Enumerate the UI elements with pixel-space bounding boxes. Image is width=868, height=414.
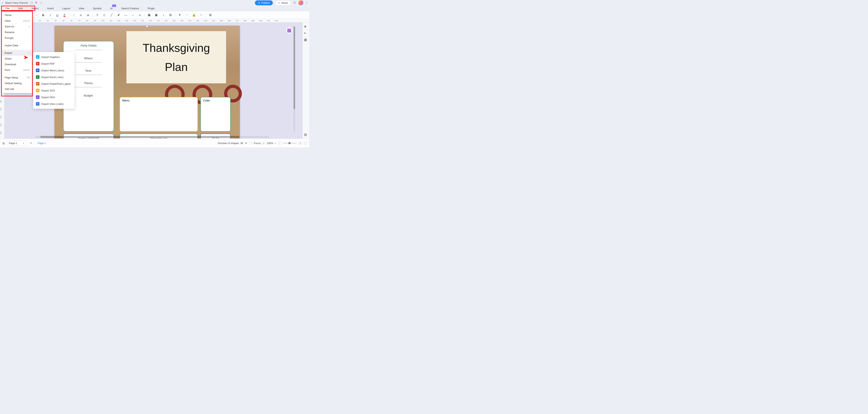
share-button[interactable]: ∝ Share xyxy=(275,0,291,5)
menu-search-feature[interactable]: Search Feature xyxy=(120,6,141,11)
ai-sparkle-button[interactable]: ✦ xyxy=(177,12,182,18)
crop-button[interactable]: ✂ xyxy=(184,12,189,18)
menu-layout[interactable]: Layout xyxy=(61,6,72,11)
panel-toggle-icon[interactable]: ▥ xyxy=(2,142,5,145)
menu-item-save-as[interactable]: Save As▸ xyxy=(2,24,33,29)
table-button[interactable]: ⊞ xyxy=(208,12,213,18)
text-tool-button[interactable]: T xyxy=(95,12,100,18)
focus-label[interactable]: Focus xyxy=(254,142,260,145)
export-html[interactable]: HExport Html xyxy=(33,94,74,101)
right-panel: ◈ ⇤ ▦ ▤ xyxy=(303,23,309,139)
export-word[interactable]: WExport Word (.docx) xyxy=(33,67,74,74)
menu-item-export[interactable]: Export▸ xyxy=(2,50,33,56)
font-color-button[interactable]: A xyxy=(62,12,67,18)
submenu-arrow-icon: ▸ xyxy=(29,52,30,54)
avatar-dropdown-icon[interactable]: ▾ xyxy=(306,2,307,4)
shape-count: Number of shapes: 38 xyxy=(218,142,243,145)
menu-item-home[interactable]: Home xyxy=(2,12,33,18)
menu-item-page-setup[interactable]: Page SetupF6 xyxy=(2,75,33,80)
menu-box[interactable]: Menu: xyxy=(120,97,198,132)
back-icon[interactable]: ‹ xyxy=(2,1,3,4)
menu-symbol[interactable]: Symbol xyxy=(91,6,103,11)
fullscreen-icon[interactable]: ⛶ xyxy=(304,142,307,145)
collapse-panel-icon[interactable]: ⇤ xyxy=(304,31,308,35)
document-name[interactable]: Blank Party Planner xyxy=(5,1,28,4)
send-icon: ✈ xyxy=(258,1,260,4)
group-button[interactable]: ⊞ xyxy=(168,12,173,18)
export-svg[interactable]: SExport SVG xyxy=(33,87,74,94)
bold-button[interactable]: B xyxy=(41,12,46,18)
star-icon[interactable]: ☆ xyxy=(40,1,42,4)
line-style-button[interactable]: — xyxy=(123,12,128,18)
help-icon[interactable]: ?⃝ xyxy=(293,1,296,4)
align-objects-button[interactable]: ⫞ xyxy=(161,12,166,18)
zoom-slider[interactable] xyxy=(283,143,297,143)
page-selector[interactable]: Page-1 ▾ xyxy=(7,141,26,146)
italic-button[interactable]: I xyxy=(48,12,53,18)
submenu-arrow-icon: ▸ xyxy=(29,26,30,28)
send-back-button[interactable]: ▣ xyxy=(147,12,152,18)
fill-button[interactable]: ◇ xyxy=(102,12,107,18)
grid-view-icon[interactable]: ▦ xyxy=(304,38,308,42)
diamond-tool-icon[interactable]: ◈ xyxy=(304,25,308,28)
menu-edit[interactable]: Edit xyxy=(17,6,24,11)
menu-insert[interactable]: Insert xyxy=(46,6,56,11)
open-external-icon[interactable]: ⇱ xyxy=(35,1,38,4)
menu-item-print[interactable]: PrintCtrl+P xyxy=(2,67,33,73)
file-dropdown-menu: Home SaveCtrl+S Save As▸ Rename Encrypt … xyxy=(2,11,33,93)
stroke-color-button[interactable]: ╱ xyxy=(109,12,114,18)
menu-item-default-setting[interactable]: Default Setting xyxy=(2,80,33,86)
title-text-box[interactable]: Thanksgiving Plan xyxy=(126,31,226,83)
menu-item-rename[interactable]: Rename xyxy=(2,29,33,35)
menu-file[interactable]: File xyxy=(4,6,11,11)
zoom-level[interactable]: 100% xyxy=(267,142,273,145)
page-tab[interactable]: Page-1 xyxy=(36,141,48,145)
export-graphics[interactable]: ▲Export Graphics xyxy=(33,54,74,60)
zoom-in-button[interactable]: + xyxy=(298,141,302,145)
line-spacing-button[interactable]: ≣ xyxy=(86,12,91,18)
share-icon: ∝ xyxy=(278,1,280,4)
ai-assistant-button[interactable] xyxy=(286,27,292,34)
layers-stack-icon[interactable]: ▤ xyxy=(304,133,308,137)
line-weight-button[interactable]: ≡ xyxy=(137,12,143,18)
horizontal-scrollbar[interactable] xyxy=(35,136,270,138)
user-avatar[interactable] xyxy=(298,0,303,5)
layers-icon[interactable]: ≋ xyxy=(245,142,247,145)
menu-item-import-data[interactable]: Import Data xyxy=(2,42,33,48)
menu-item-encrypt[interactable]: Encrypt xyxy=(2,35,33,41)
menu-view[interactable]: View xyxy=(77,6,86,11)
publish-button[interactable]: ✈ Publish xyxy=(255,0,273,5)
export-pdf[interactable]: AExport PDF xyxy=(33,60,74,67)
align-button[interactable]: ≡ xyxy=(78,12,84,18)
chevron-down-icon: ▾ xyxy=(36,14,37,16)
export-powerpoint[interactable]: PExport PowerPoint (.pptx) xyxy=(33,80,74,87)
page-handle[interactable] xyxy=(146,26,148,27)
menu-item-download[interactable]: Download xyxy=(2,62,33,67)
menu-select[interactable]: Select xyxy=(30,6,40,11)
menu-ai[interactable]: AI hot xyxy=(108,6,114,11)
export-excel[interactable]: XExport Excel (.xlsx) xyxy=(33,74,74,80)
connector-button[interactable]: ⬈ xyxy=(116,12,121,18)
arrow-style-button[interactable]: → xyxy=(130,12,135,18)
hot-badge: hot xyxy=(112,4,116,7)
add-page-button[interactable]: + xyxy=(28,140,34,146)
save-icon[interactable]: ▢ xyxy=(30,1,33,4)
lock-button[interactable]: 🔒 xyxy=(191,12,196,18)
page-background[interactable]: Thanksgiving Plan Party Detais Where: Te… xyxy=(55,26,240,139)
underline-button[interactable]: U xyxy=(55,12,60,18)
export-visio[interactable]: VExport Visio (.vsdx) xyxy=(33,101,74,107)
vertical-scrollbar[interactable] xyxy=(293,26,295,133)
menu-item-share[interactable]: Share xyxy=(2,56,33,62)
font-case-button[interactable]: T xyxy=(71,12,76,18)
tools-button[interactable]: ✕ xyxy=(198,12,204,18)
coke-box[interactable]: Coke: xyxy=(200,97,230,132)
chevron-down-icon[interactable]: ▾ xyxy=(275,142,276,144)
menu-plugin[interactable]: Plugin xyxy=(146,6,156,11)
menu-item-add-star[interactable]: Add star xyxy=(2,86,33,92)
fit-screen-icon[interactable]: ⛶ xyxy=(249,142,252,145)
play-icon[interactable]: ▷ xyxy=(263,142,265,145)
menu-item-save[interactable]: SaveCtrl+S xyxy=(2,18,33,24)
zoom-out-button[interactable]: − xyxy=(277,141,281,145)
bring-front-button[interactable]: ▣ xyxy=(154,12,159,18)
chevron-down-icon: ▾ xyxy=(23,142,24,144)
